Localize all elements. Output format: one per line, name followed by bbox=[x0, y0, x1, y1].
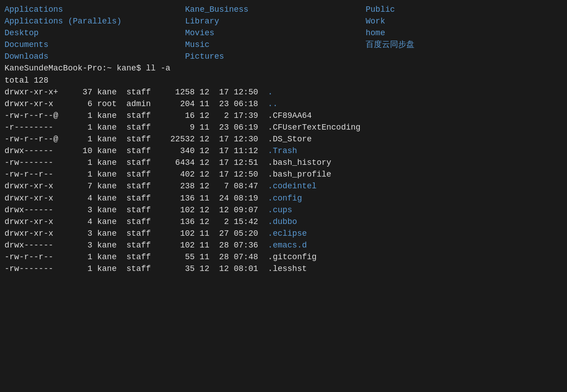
ls-time: 06:18 bbox=[234, 98, 268, 110]
ls-day: 27 bbox=[219, 228, 233, 239]
ls-user: kane bbox=[97, 121, 126, 133]
ls-size: 102 bbox=[161, 228, 200, 239]
ls-filename: .emacs.d bbox=[268, 239, 307, 251]
ls-group: staff bbox=[126, 145, 161, 157]
ls-time: 08:01 bbox=[234, 263, 268, 275]
ls-count: 4 bbox=[73, 216, 97, 228]
ls-month: 11 bbox=[200, 192, 219, 204]
ls-day: 28 bbox=[219, 239, 233, 251]
ls-group: staff bbox=[126, 86, 161, 98]
ls-time: 07:36 bbox=[234, 239, 268, 251]
ls-count: 3 bbox=[73, 228, 97, 239]
ls-time: 12:50 bbox=[234, 86, 268, 98]
ls-size: 136 bbox=[161, 216, 200, 228]
ls-perms: drwxr-xr-x bbox=[5, 98, 73, 110]
ls-user: kane bbox=[97, 133, 126, 145]
ls-size: 102 bbox=[161, 239, 200, 251]
ls-user: kane bbox=[97, 251, 126, 263]
ls-time: 12:51 bbox=[234, 157, 268, 168]
ls-filename: .Trash bbox=[268, 145, 297, 157]
dir-item: Movies bbox=[185, 27, 366, 39]
dir-item: Kane_Business bbox=[185, 4, 366, 15]
ls-entry: drwxr-xr-x 6 root admin 204 11 23 06:18 … bbox=[5, 98, 562, 110]
dir-item: Library bbox=[185, 15, 366, 27]
ls-size: 9 bbox=[161, 121, 200, 133]
ls-entry: -rw-r--r-- 1 kane staff 55 11 28 07:48 .… bbox=[5, 251, 562, 263]
dir-item: Applications bbox=[5, 4, 185, 15]
dir-item: 百度云同步盘 bbox=[366, 39, 546, 51]
ls-time: 11:12 bbox=[234, 145, 268, 157]
ls-filename: .bash_profile bbox=[268, 168, 331, 180]
ls-day: 28 bbox=[219, 251, 233, 263]
ls-count: 1 bbox=[73, 263, 97, 275]
ls-group: staff bbox=[126, 157, 161, 168]
ls-filename: .DS_Store bbox=[268, 133, 311, 145]
ls-entry: drwxr-xr-x 7 kane staff 238 12 7 08:47 .… bbox=[5, 180, 562, 192]
ls-group: staff bbox=[126, 204, 161, 216]
ls-month: 12 bbox=[200, 204, 219, 216]
ls-user: kane bbox=[97, 145, 126, 157]
ls-filename: .lesshst bbox=[268, 263, 307, 275]
ls-time: 07:48 bbox=[234, 251, 268, 263]
ls-perms: drwxr-xr-x bbox=[5, 228, 73, 239]
dir-item: Desktop bbox=[5, 27, 185, 39]
ls-filename: .CF89AA64 bbox=[268, 110, 311, 121]
ls-filename: . bbox=[268, 86, 273, 98]
ls-size: 102 bbox=[161, 204, 200, 216]
ls-time: 08:19 bbox=[234, 192, 268, 204]
ls-month: 11 bbox=[200, 239, 219, 251]
ls-group: staff bbox=[126, 239, 161, 251]
ls-user: kane bbox=[97, 180, 126, 192]
ls-filename: .dubbo bbox=[268, 216, 297, 228]
ls-count: 1 bbox=[73, 133, 97, 145]
ls-time: 17:39 bbox=[234, 110, 268, 121]
ls-size: 204 bbox=[161, 98, 200, 110]
directory-listing: ApplicationsKane_BusinessPublicApplicati… bbox=[5, 4, 562, 62]
ls-filename: .eclipse bbox=[268, 228, 307, 239]
ls-count: 10 bbox=[73, 145, 97, 157]
ls-user: root bbox=[97, 98, 126, 110]
ls-perms: -rw-r--r-- bbox=[5, 251, 73, 263]
ls-user: kane bbox=[97, 239, 126, 251]
ls-user: kane bbox=[97, 216, 126, 228]
ls-count: 1 bbox=[73, 168, 97, 180]
ls-month: 12 bbox=[200, 168, 219, 180]
ls-month: 12 bbox=[200, 145, 219, 157]
ls-month: 11 bbox=[200, 228, 219, 239]
ls-group: staff bbox=[126, 121, 161, 133]
ls-day: 17 bbox=[219, 133, 233, 145]
ls-month: 11 bbox=[200, 98, 219, 110]
ls-count: 1 bbox=[73, 251, 97, 263]
ls-day: 24 bbox=[219, 192, 233, 204]
ls-month: 12 bbox=[200, 216, 219, 228]
dir-item: home bbox=[366, 27, 546, 39]
ls-count: 1 bbox=[73, 121, 97, 133]
ls-count: 1 bbox=[73, 110, 97, 121]
ls-group: staff bbox=[126, 180, 161, 192]
ls-day: 17 bbox=[219, 86, 233, 98]
ls-month: 12 bbox=[200, 110, 219, 121]
ls-entry: drwxr-xr-x 4 kane staff 136 12 2 15:42 .… bbox=[5, 216, 562, 228]
ls-count: 7 bbox=[73, 180, 97, 192]
ls-filename: .codeintel bbox=[268, 180, 316, 192]
ls-count: 1 bbox=[73, 157, 97, 168]
dir-item: Work bbox=[366, 15, 546, 27]
ls-time: 05:20 bbox=[234, 228, 268, 239]
ls-user: kane bbox=[97, 110, 126, 121]
ls-size: 22532 bbox=[161, 133, 200, 145]
ls-time: 08:47 bbox=[234, 180, 268, 192]
ls-group: staff bbox=[126, 216, 161, 228]
ls-time: 15:42 bbox=[234, 216, 268, 228]
ls-day: 2 bbox=[219, 110, 233, 121]
ls-user: kane bbox=[97, 204, 126, 216]
dir-item: Public bbox=[366, 4, 546, 15]
ls-day: 23 bbox=[219, 98, 233, 110]
ls-size: 55 bbox=[161, 251, 200, 263]
ls-entry: -r-------- 1 kane staff 9 11 23 06:19 .C… bbox=[5, 121, 562, 133]
total-line: total 128 bbox=[5, 75, 562, 86]
ls-entry: drwx------ 3 kane staff 102 12 12 09:07 … bbox=[5, 204, 562, 216]
ls-filename: .cups bbox=[268, 204, 292, 216]
ls-filename: .config bbox=[268, 192, 302, 204]
ls-size: 6434 bbox=[161, 157, 200, 168]
ls-entry: drwxr-xr-x 3 kane staff 102 11 27 05:20 … bbox=[5, 228, 562, 239]
